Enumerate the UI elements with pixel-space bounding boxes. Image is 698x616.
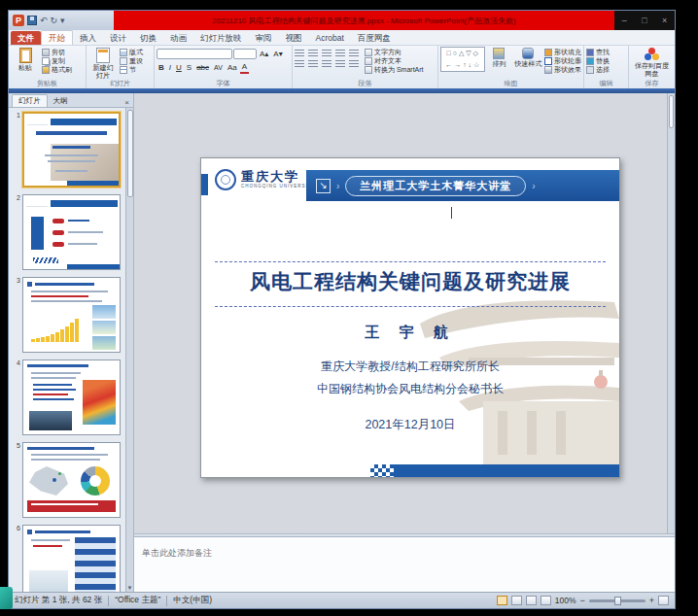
shape-fill-button[interactable]: 形状填充 [544,49,581,56]
font-name-combobox[interactable] [157,49,232,59]
decrease-indent-icon[interactable] [322,50,332,57]
zoom-level[interactable]: 100% [555,596,576,605]
notes-pane[interactable]: 单击此处添加备注 [134,537,675,592]
thumbnail-scrollbar[interactable]: ▼ [125,108,133,592]
thumb-slide-6[interactable] [22,525,121,592]
slide-author-role1[interactable]: 重庆大学教授/结构工程研究所所长 [201,359,619,375]
slide-author-role2[interactable]: 中国钢结构协会风电结构分会秘书长 [201,381,619,397]
qat-customize-arrow-icon[interactable]: ▾ [60,17,65,25]
find-button[interactable]: 查找 [586,49,610,56]
replace-button[interactable]: 替换 [586,57,610,65]
fit-to-window-button[interactable] [658,596,669,605]
increase-indent-icon[interactable] [335,50,345,57]
save-icon[interactable] [27,16,37,25]
slide-title[interactable]: 风电工程结构关键问题及研究进展 [201,268,619,295]
line-spacing-icon[interactable] [349,50,359,57]
cut-button[interactable]: 剪切 [42,49,72,56]
italic-button[interactable]: I [167,62,173,73]
redo-icon[interactable]: ↻ [51,17,58,25]
scroll-down-arrow-icon[interactable]: ▼ [127,585,133,592]
maximize-button[interactable]: □ [642,17,646,25]
tab-home[interactable]: 开始 [41,30,73,45]
shape-effects-button[interactable]: 形状效果 [544,66,581,74]
zoom-out-button[interactable]: − [579,597,584,605]
strikethrough-button[interactable]: abc [194,62,211,73]
justify-icon[interactable] [335,60,345,68]
powerpoint-app-icon[interactable]: P [13,15,24,26]
thumb-slide-4[interactable] [22,359,121,435]
thumbnail-item-5[interactable]: 5 [11,442,123,518]
tab-transitions[interactable]: 切换 [133,31,163,45]
quick-styles-button[interactable]: 快速样式 [513,47,542,68]
shrink-font-button[interactable]: A▾ [271,49,284,59]
thumbnail-scrollbar-thumb[interactable] [127,110,133,197]
thumbnail-item-3[interactable]: 3 [11,277,123,353]
text-shadow-button[interactable]: S [185,62,193,73]
slide-author[interactable]: 王 宇 航 [201,324,619,342]
minimize-button[interactable]: – [622,17,627,25]
normal-view-button[interactable] [497,596,507,605]
text-direction-button[interactable]: 文字方向 [365,49,424,56]
bold-button[interactable]: B [157,62,166,73]
numbering-icon[interactable] [308,50,318,57]
thumbnail-item-4[interactable]: 4 [11,359,123,435]
language-status[interactable]: 中文(中国) [173,595,212,606]
editor-scrollbar[interactable] [667,93,675,533]
layout-button[interactable]: 版式 [120,49,143,56]
panel-close-icon[interactable]: × [121,98,133,107]
thumb-slide-1[interactable] [22,112,121,188]
thumbnail-item-1[interactable]: 1 [11,112,123,188]
align-left-icon[interactable] [295,60,304,68]
new-slide-button[interactable]: 新建幻灯片 [88,47,118,79]
format-painter-button[interactable]: 格式刷 [42,66,72,74]
grow-font-button[interactable]: A▴ [258,49,270,59]
save-to-baidu-button[interactable]: 保存到百度网盘 [633,47,672,77]
columns-icon[interactable] [349,60,359,68]
tab-slides-panel[interactable]: 幻灯片 [12,94,48,107]
slide-date[interactable]: 2021年12月10日 [201,417,619,433]
slideshow-view-button[interactable] [541,596,551,605]
zoom-in-button[interactable]: + [649,597,654,605]
change-case-button[interactable]: Aa [226,62,239,73]
thumbnail-item-2[interactable]: 2 [11,194,123,270]
tab-review[interactable]: 审阅 [249,31,279,45]
tab-view[interactable]: 视图 [279,31,309,45]
align-center-icon[interactable] [308,60,318,68]
bullets-icon[interactable] [295,50,304,57]
thumbnail-item-6[interactable]: 6 [11,525,123,592]
reset-button[interactable]: 重设 [120,57,143,65]
smartart-button[interactable]: 转换为 SmartArt [365,66,424,74]
align-text-button[interactable]: 对齐文本 [365,57,424,65]
reading-view-button[interactable] [526,596,537,605]
align-right-icon[interactable] [322,60,332,68]
slide-sorter-view-button[interactable] [511,596,522,605]
zoom-slider-knob[interactable] [614,597,621,605]
paste-button[interactable]: 粘贴 [11,47,40,72]
zoom-slider[interactable] [589,599,646,602]
font-size-combobox[interactable] [233,49,257,59]
select-button[interactable]: 选择 [586,66,610,74]
tab-acrobat[interactable]: Acrobat [309,31,351,45]
thumb-slide-3[interactable] [22,277,121,353]
tab-slideshow[interactable]: 幻灯片放映 [193,31,249,45]
thumb-slide-5[interactable] [22,442,121,518]
undo-icon[interactable]: ↶ [40,17,48,25]
tab-baidu-netdisk[interactable]: 百度网盘 [351,31,398,45]
tab-outline-panel[interactable]: 大纲 [48,95,74,107]
character-spacing-button[interactable]: AV [212,62,225,73]
tab-animations[interactable]: 动画 [163,31,193,45]
thumb-slide-2[interactable] [22,194,121,270]
tab-design[interactable]: 设计 [103,31,133,45]
editor-scrollbar-thumb[interactable] [669,95,674,128]
tab-insert[interactable]: 插入 [73,31,103,45]
tab-file[interactable]: 文件 [11,31,41,45]
copy-button[interactable]: 复制 [42,57,72,65]
shape-outline-button[interactable]: 形状轮廓 [544,57,581,65]
arrange-button[interactable]: 排列 [487,47,512,68]
underline-button[interactable]: U [174,62,184,73]
section-button[interactable]: 节 [120,66,143,74]
font-color-button[interactable]: A [240,61,249,74]
close-button[interactable]: × [662,17,667,25]
slide-canvas[interactable]: 重庆大学 CHONGQING UNIVERSITY ↘ › 兰州理工大学土木菁华… [200,157,620,478]
shapes-gallery[interactable]: □ ○ △ ▽ ◇ ← → ↑ ↓ ☆ [440,47,485,72]
